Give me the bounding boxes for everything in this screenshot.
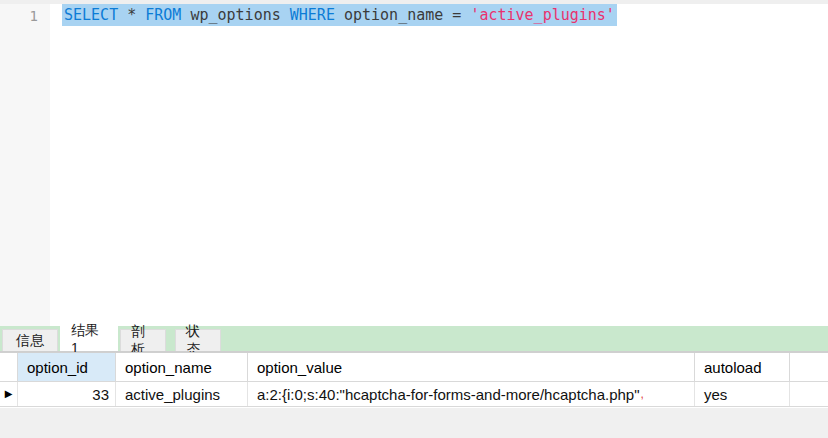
query-result-window: 1 SELECT * FROM wp_options WHERE option_… xyxy=(0,0,828,438)
sql-text: option_name = xyxy=(335,6,470,24)
tab-profile[interactable]: 剖析 xyxy=(120,329,166,351)
tab-info-label: 信息 xyxy=(16,332,44,350)
sql-keyword: FROM xyxy=(145,6,181,24)
cell-option-name[interactable]: active_plugins xyxy=(116,382,248,406)
tab-info[interactable]: 信息 xyxy=(2,329,58,351)
cell-option-value-text: a:2:{i:0;s:40:"hcaptcha-for-forms-and-mo… xyxy=(257,386,640,403)
result-tab-bar: 信息 结果 1 剖析 状态 xyxy=(0,326,828,352)
column-header-option-id[interactable]: option_id xyxy=(18,353,116,381)
editor-gutter: 1 xyxy=(0,4,50,326)
result-grid: option_id option_name option_value autol… xyxy=(0,352,828,407)
column-header-option-value[interactable]: option_value xyxy=(248,353,695,381)
column-header-option-name[interactable]: option_name xyxy=(116,353,248,381)
tab-status[interactable]: 状态 xyxy=(175,329,221,351)
column-header-filler xyxy=(790,353,828,381)
table-row[interactable]: ▶ 33 active_plugins a:2:{i:0;s:40:"hcapt… xyxy=(0,382,828,407)
tab-result-1-label: 结果 1 xyxy=(71,322,107,356)
grid-header-row: option_id option_name option_value autol… xyxy=(0,352,828,382)
sql-keyword: WHERE xyxy=(290,6,335,24)
tab-result-1[interactable]: 结果 1 xyxy=(60,326,118,351)
cell-option-value[interactable]: a:2:{i:0;s:40:"hcaptcha-for-forms-and-mo… xyxy=(248,382,695,406)
sql-keyword: SELECT xyxy=(64,6,118,24)
sql-string-literal: 'active_plugins' xyxy=(470,6,615,24)
cell-autoload[interactable]: yes xyxy=(695,382,790,406)
row-selector-header[interactable] xyxy=(0,353,18,381)
line-number: 1 xyxy=(30,5,38,27)
column-header-autoload[interactable]: autoload xyxy=(695,353,790,381)
truncation-mark: , xyxy=(641,387,644,401)
current-row-marker-icon: ▶ xyxy=(5,389,13,399)
sql-query-line[interactable]: SELECT * FROM wp_options WHERE option_na… xyxy=(62,4,617,26)
cell-filler xyxy=(790,382,828,406)
sql-editor[interactable]: 1 SELECT * FROM wp_options WHERE option_… xyxy=(0,4,828,326)
sql-text: * xyxy=(118,6,145,24)
current-row-marker[interactable]: ▶ xyxy=(0,382,18,406)
cell-option-id[interactable]: 33 xyxy=(18,382,116,406)
sql-text: wp_options xyxy=(181,6,289,24)
grid-empty-area xyxy=(0,408,828,438)
